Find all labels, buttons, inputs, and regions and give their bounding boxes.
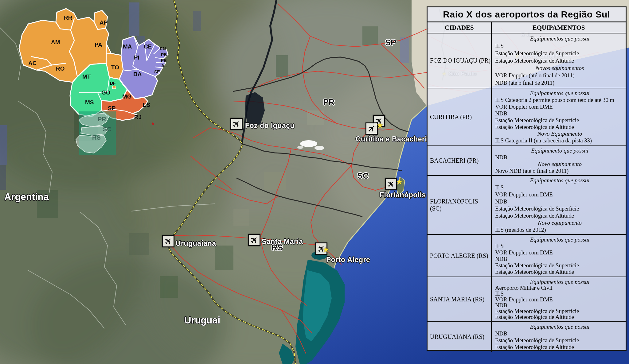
table-rows: FOZ DO IGUAÇU (PR)Equipamentos que possu…	[428, 33, 626, 352]
equipment-item: ILS	[495, 184, 624, 191]
equipment-cell: Equipamentos que possuiILSEstação Meteor…	[492, 33, 626, 88]
equipment-item: ILS Categoria II (na cabeceira da pista …	[495, 137, 624, 144]
equipment-item: Estação Meteorológica de Altitude	[495, 269, 624, 275]
equipment-cell: Equipamentos que possuiILSVOR Doppler co…	[492, 176, 626, 234]
equipment-heading: Novos equipamentos	[495, 64, 624, 72]
equipment-item: Novo NDB (até o final de 2011)	[495, 168, 624, 174]
city-cell: BACACHERI (PR)	[428, 146, 492, 175]
equipment-item: NDB	[495, 330, 624, 337]
equipment-item: VOR Doppler com DME	[495, 296, 624, 302]
equipment-item: Estação Meteorológica de Altitude	[495, 57, 624, 64]
table-row: FLORIANÓPOLIS (SC)Equipamentos que possu…	[428, 176, 626, 235]
city-cell: CURITIBA (PR)	[428, 88, 492, 145]
equipment-item: Aeroporto Militar e Civil	[495, 285, 624, 291]
table-title: Raio X dos aeroportos da Região Sul	[428, 7, 626, 22]
city-cell: FLORIANÓPOLIS (SC)	[428, 176, 492, 234]
equipment-item: Estação Meteorológica de Superfície	[495, 337, 624, 344]
equipment-heading: Equipamento que possui	[495, 147, 624, 154]
rio-star-icon: ★	[150, 121, 155, 126]
equipment-item: NDB (até o final de 2011)	[495, 79, 624, 87]
equipment-item: NDB	[495, 198, 624, 205]
table-row: URUGUAIANA (RS)Equipamentos que possuiND…	[428, 322, 626, 352]
equipment-item: Estação Meteorológica de Altitude	[495, 344, 624, 350]
equipment-cell: Equipamento que possuiNDBNovo equipament…	[492, 146, 626, 175]
equipment-heading: Equipamentos que possui	[495, 323, 624, 330]
column-header-cities: CIDADES	[428, 22, 492, 33]
city-cell: URUGUAIANA (RS)	[428, 322, 492, 352]
equipment-cell: Equipamentos que possuiAeroporto Militar…	[492, 277, 626, 321]
equipment-item: Estação Meteorológica de Altitude	[495, 212, 624, 219]
inset-df-square	[112, 86, 116, 89]
equipment-item: Estação Meteorológica de Altitude	[495, 124, 624, 130]
equipment-heading: Equipamentos que possui	[495, 279, 624, 285]
equipment-item: ILS	[495, 243, 624, 249]
equipment-heading: Novo equipamento	[495, 161, 624, 168]
equipment-item: NDB	[495, 110, 624, 117]
equipment-item: Estação Meteorológica de Altitude	[495, 314, 624, 320]
equipment-item: Estação Meteorológica de Superfície	[495, 262, 624, 269]
equipment-item: VOR Doppler com DME	[495, 103, 624, 110]
city-cell: PORTO ALEGRE (RS)	[428, 235, 492, 277]
equipment-heading: Equipamentos que possui	[495, 90, 624, 97]
table-row: PORTO ALEGRE (RS)Equipamentos que possui…	[428, 235, 626, 277]
table-row: BACACHERI (PR)Equipamento que possuiNDBN…	[428, 146, 626, 176]
table-header: CIDADES EQUIPAMENTOS	[428, 22, 626, 33]
airport-table: Raio X dos aeroportos da Região Sul CIDA…	[427, 6, 627, 351]
equipment-heading: Novo Equipamento	[495, 130, 624, 137]
equipment-item: NDB	[495, 302, 624, 308]
equipment-item: VOR Doppler com DME	[495, 191, 624, 198]
equipment-heading: Equipamentos que possui	[495, 236, 624, 243]
equipment-heading: Equipamentos que possui	[495, 35, 624, 42]
equipment-cell: Equipamentos que possuiNDBEstação Meteor…	[492, 322, 626, 352]
equipment-item: ILS	[495, 291, 624, 296]
equipment-item: VOR Doppler (até o final de 2011)	[495, 72, 624, 79]
satellite-map[interactable]: ★ ★São Paulo★Rio de JaneiroR J SPPRSCRSA…	[0, 0, 629, 364]
table-row: SANTA MARIA (RS)Equipamentos que possuiA…	[428, 277, 626, 322]
city-cell: SANTA MARIA (RS)	[428, 277, 492, 321]
equipment-item: NDB	[495, 154, 624, 161]
column-header-equipment: EQUIPAMENTOS	[492, 22, 626, 33]
equipment-item: VOR Doppler com DME	[495, 249, 624, 256]
equipment-cell: Equipamentos que possuiILSVOR Doppler co…	[492, 235, 626, 277]
table-row: FOZ DO IGUAÇU (PR)Equipamentos que possu…	[428, 33, 626, 88]
equipment-item: ILS Categoria 2 permite pouso com teto d…	[495, 97, 624, 103]
equipment-item: ILS (meados de 2012)	[495, 226, 624, 233]
equipment-item: Estação Meteorológica de Superfície	[495, 50, 624, 57]
equipment-item: Estação Meteorológica de Superfície	[495, 308, 624, 314]
equipment-item: Estação Meteorológica de Superfície	[495, 205, 624, 212]
equipment-cell: Equipamentos que possuiILS Categoria 2 p…	[492, 88, 626, 145]
equipment-item: Estação Meteorológica de Superfície	[495, 117, 624, 124]
equipment-item: NDB	[495, 256, 624, 262]
city-cell: FOZ DO IGUAÇU (PR)	[428, 33, 492, 88]
equipment-heading: Novo equipamento	[495, 219, 624, 226]
equipment-heading: Equipamentos que possui	[495, 177, 624, 184]
equipment-item: ILS	[495, 42, 624, 50]
table-row: CURITIBA (PR)Equipamentos que possuiILS …	[428, 88, 626, 146]
